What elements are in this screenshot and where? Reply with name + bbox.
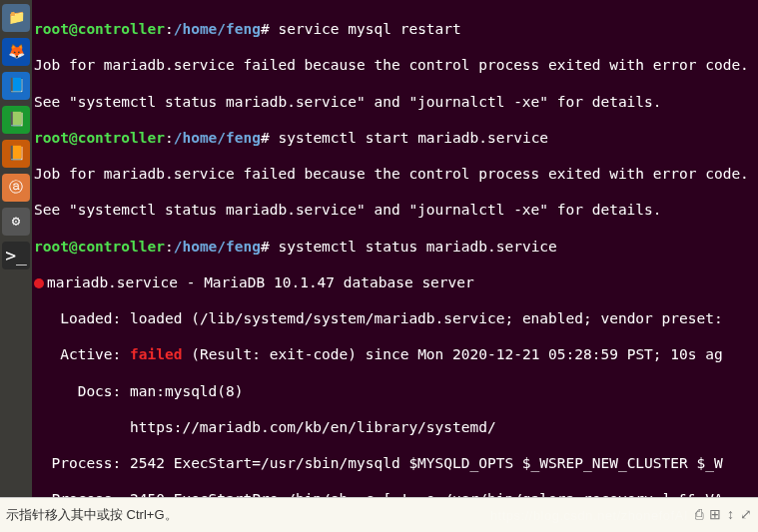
- prompt-user-host: root@controller: [34, 21, 165, 37]
- settings-icon[interactable]: ⚙: [2, 208, 30, 236]
- unit-header: mariadb.service - MariaDB 10.1.47 databa…: [34, 273, 756, 291]
- active-line: Active: failed (Result: exit-code) since…: [34, 345, 756, 363]
- calc-icon[interactable]: 📗: [2, 106, 30, 134]
- prompt-line-1: root@controller:/home/feng# service mysq…: [34, 20, 756, 38]
- watermark: https://blog.csdn.net/zhonefofAI: [490, 508, 688, 524]
- system-tray[interactable]: ⎙ ⊞ ↕ ⤢: [695, 506, 752, 524]
- impress-icon[interactable]: 📙: [2, 140, 30, 168]
- output-see-details-1: See "systemctl status mariadb.service" a…: [34, 93, 756, 111]
- terminal-icon[interactable]: >_: [2, 242, 30, 269]
- command-3: systemctl status mariadb.service: [278, 239, 556, 255]
- output-job-fail-1: Job for mariadb.service failed because t…: [34, 56, 756, 74]
- tray-icon-2[interactable]: ⊞: [709, 506, 721, 524]
- prompt-path: /home/feng: [174, 21, 261, 37]
- output-job-fail-2: Job for mariadb.service failed because t…: [34, 165, 756, 183]
- docs-line-1: Docs: man:mysqld(8): [34, 382, 756, 400]
- docs-line-2: https://mariadb.com/kb/en/library/system…: [34, 418, 756, 436]
- tray-icon-4[interactable]: ⤢: [740, 506, 752, 524]
- process-line-2: Process: 2450 ExecStartPre=/bin/sh -c [ …: [34, 490, 756, 497]
- command-2: systemctl start mariadb.service: [278, 130, 548, 146]
- tray-icon-1[interactable]: ⎙: [695, 506, 703, 524]
- status-dot-red-icon: [34, 278, 44, 288]
- writer-icon[interactable]: 📘: [2, 72, 30, 100]
- amazon-icon[interactable]: ⓐ: [2, 174, 30, 202]
- command-1: service mysql restart: [278, 21, 460, 37]
- tray-icon-3[interactable]: ↕: [727, 506, 734, 524]
- firefox-icon[interactable]: 🦊: [2, 38, 30, 66]
- process-line-1: Process: 2542 ExecStart=/usr/sbin/mysqld…: [34, 454, 756, 472]
- prompt-line-2: root@controller:/home/feng# systemctl st…: [34, 129, 756, 147]
- unity-launcher[interactable]: 📁 🦊 📘 📗 📙 ⓐ ⚙ >_: [0, 0, 32, 532]
- terminal-window[interactable]: root@controller:/home/feng# service mysq…: [32, 0, 758, 497]
- loaded-line: Loaded: loaded (/lib/systemd/system/mari…: [34, 309, 756, 327]
- output-see-details-2: See "systemctl status mariadb.service" a…: [34, 201, 756, 219]
- bottom-hint: 示指针移入其中或按 Ctrl+G。: [6, 507, 178, 523]
- active-failed: failed: [130, 346, 182, 362]
- prompt-line-3: root@controller:/home/feng# systemctl st…: [34, 238, 756, 256]
- files-icon[interactable]: 📁: [2, 4, 30, 32]
